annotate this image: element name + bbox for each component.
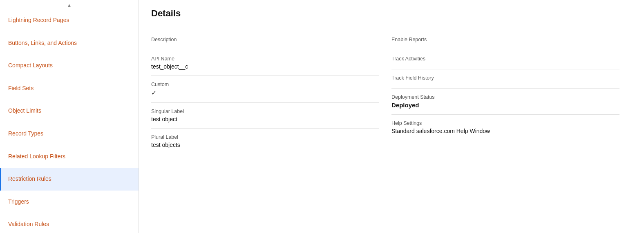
field-label-track-field-history: Track Field History (391, 75, 619, 81)
field-value-help-settings: Standard salesforce.com Help Window (391, 128, 619, 134)
sidebar-item-triggers[interactable]: Triggers (0, 191, 139, 213)
sidebar-item-validation-rules[interactable]: Validation Rules (0, 213, 139, 233)
field-group-help-settings: Help SettingsStandard salesforce.com Hel… (391, 115, 619, 140)
sidebar-item-record-types[interactable]: Record Types (0, 122, 139, 145)
field-group-custom: Custom✓ (151, 76, 379, 103)
sidebar-item-label-record-types: Record Types (8, 130, 43, 137)
sidebar-item-label-compact-layouts: Compact Layouts (8, 62, 53, 69)
field-label-track-activities: Track Activities (391, 56, 619, 62)
sidebar-item-label-validation-rules: Validation Rules (8, 221, 49, 227)
field-label-help-settings: Help Settings (391, 120, 619, 126)
field-group-plural-label: Plural Labeltest objects (151, 129, 379, 154)
sidebar-item-lightning-record-pages[interactable]: Lightning Record Pages (0, 9, 139, 32)
field-group-deployment-status: Deployment StatusDeployed (391, 89, 619, 115)
sidebar-item-buttons-links-actions[interactable]: Buttons, Links, and Actions (0, 32, 139, 55)
field-label-plural-label: Plural Label (151, 134, 379, 140)
sidebar-item-label-buttons-links-actions: Buttons, Links, and Actions (8, 40, 77, 46)
right-column: Enable ReportsTrack ActivitiesTrack Fiel… (391, 31, 632, 154)
sidebar-item-label-triggers: Triggers (8, 198, 29, 205)
left-column: DescriptionAPI Nametest_object__cCustom✓… (151, 31, 391, 154)
field-group-track-field-history: Track Field History (391, 69, 619, 89)
sidebar-item-object-limits[interactable]: Object Limits (0, 100, 139, 122)
field-label-singular-label: Singular Label (151, 109, 379, 114)
sidebar-item-label-related-lookup-filters: Related Lookup Filters (8, 153, 65, 160)
field-value-plural-label: test objects (151, 142, 379, 148)
page-title: Details (151, 8, 632, 19)
sidebar-item-label-restriction-rules: Restriction Rules (8, 175, 51, 182)
field-group-api-name: API Nametest_object__c (151, 50, 379, 76)
field-value-singular-label: test object (151, 116, 379, 122)
field-group-enable-reports: Enable Reports (391, 31, 619, 50)
sidebar: ▲ Lightning Record PagesButtons, Links, … (0, 0, 139, 233)
field-label-custom: Custom (151, 82, 379, 87)
main-content: Details DescriptionAPI Nametest_object__… (139, 0, 644, 233)
field-label-deployment-status: Deployment Status (391, 94, 619, 100)
field-group-description: Description (151, 31, 379, 50)
scroll-up-indicator: ▲ (0, 0, 139, 9)
field-label-enable-reports: Enable Reports (391, 37, 619, 42)
field-group-singular-label: Singular Labeltest object (151, 103, 379, 129)
field-label-description: Description (151, 37, 379, 42)
field-group-track-activities: Track Activities (391, 50, 619, 69)
field-value-api-name: test_object__c (151, 63, 379, 70)
sidebar-item-label-field-sets: Field Sets (8, 85, 34, 91)
field-value-custom: ✓ (151, 89, 379, 97)
sidebar-item-field-sets[interactable]: Field Sets (0, 77, 139, 100)
sidebar-item-restriction-rules[interactable]: Restriction Rules (0, 168, 139, 191)
sidebar-item-related-lookup-filters[interactable]: Related Lookup Filters (0, 145, 139, 168)
sidebar-item-label-object-limits: Object Limits (8, 107, 41, 114)
field-label-api-name: API Name (151, 56, 379, 62)
details-grid: DescriptionAPI Nametest_object__cCustom✓… (151, 31, 632, 154)
sidebar-item-compact-layouts[interactable]: Compact Layouts (0, 54, 139, 77)
field-value-deployment-status: Deployed (391, 102, 619, 109)
sidebar-item-label-lightning-record-pages: Lightning Record Pages (8, 17, 69, 23)
